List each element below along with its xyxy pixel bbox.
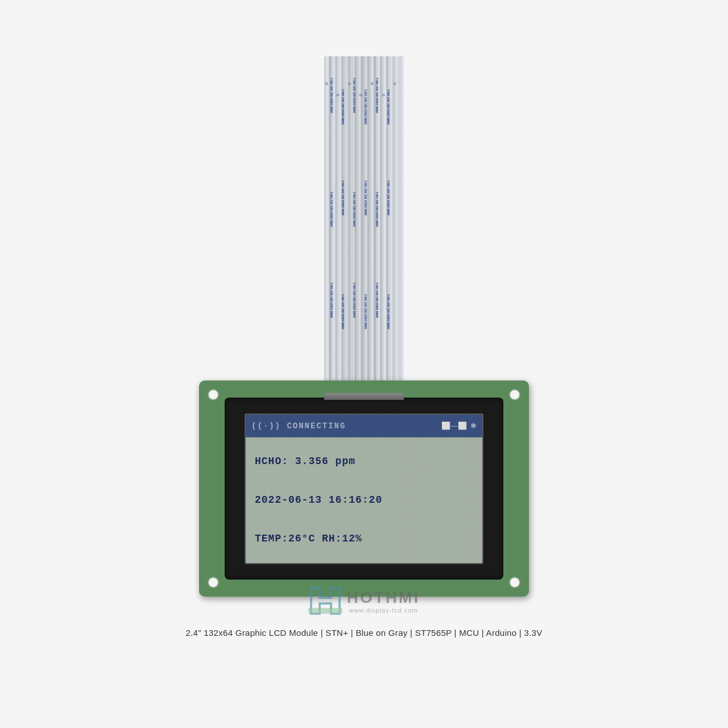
lcd-row-datetime: 2022-06-13 16:16:20 [255, 494, 473, 506]
hothmi-logo-icon [308, 585, 342, 617]
logo-url-text: www.display-lcd.com [347, 607, 420, 614]
svg-text:AWM 20624 80C 60V VW-1: AWM 20624 80C 60V VW-1 [341, 180, 345, 216]
pcb-hole-tr [509, 389, 520, 400]
svg-text:Ω: Ω [371, 82, 374, 85]
svg-text:AWM 20624 80C 60V VW-1: AWM 20624 80C 60V VW-1 [375, 78, 379, 113]
lcd-status-text: ((·)) CONNECTING [251, 421, 346, 431]
pcb-hole-br [509, 577, 520, 588]
lcd-status-icons: ⬜—⬜ ✱ [441, 421, 477, 430]
svg-text:AWM 20624 80C 60V VW-1: AWM 20624 80C 60V VW-1 [387, 294, 390, 329]
svg-text:AWM 20624 80C 60V VW-1: AWM 20624 80C 60V VW-1 [341, 294, 345, 329]
pcb-board: ((·)) CONNECTING ⬜—⬜ ✱ HCHO: 3.356 ppm 2… [199, 380, 529, 597]
svg-text:AWM 20624 80C 60V VW-1: AWM 20624 80C 60V VW-1 [364, 180, 367, 216]
lcd-row-temp: TEMP:26°C RH:12% [255, 533, 473, 544]
svg-text:Ω: Ω [325, 82, 328, 85]
svg-text:Ω: Ω [394, 82, 396, 85]
product-area: AWM 20624 80C 60V VW-1 AWM 20624 80C 60V… [185, 56, 542, 638]
lcd-bluetooth-icon: ✱ [470, 421, 477, 430]
svg-text:AWM 20624 80C 60V VW-1: AWM 20624 80C 60V VW-1 [353, 192, 356, 227]
svg-text:AWM 20624 80C 60V VW-1: AWM 20624 80C 60V VW-1 [375, 192, 379, 227]
svg-rect-39 [308, 608, 342, 614]
svg-text:AWM 20624 80C 60V VW-1: AWM 20624 80C 60V VW-1 [387, 180, 390, 216]
svg-text:AWM 20624 80C 60V VW-1: AWM 20624 80C 60V VW-1 [375, 283, 379, 318]
ffc-connector [324, 393, 404, 400]
logo-container: HOTHMI www.display-lcd.com [308, 585, 420, 617]
svg-text:AWM 20624 80C 60V VW-1: AWM 20624 80C 60V VW-1 [387, 89, 390, 125]
svg-text:Ω: Ω [359, 93, 362, 97]
lcd-signal-icon: ⬜—⬜ [441, 421, 467, 430]
svg-text:Ω: Ω [337, 93, 340, 97]
svg-text:AWM 20624 80C 60V VW-1: AWM 20624 80C 60V VW-1 [330, 283, 333, 318]
product-description: 2.4" 132x64 Graphic LCD Module | STN+ | … [185, 628, 542, 638]
lcd-content: HCHO: 3.356 ppm 2022-06-13 16:16:20 TEMP… [246, 437, 482, 563]
main-container: AWM 20624 80C 60V VW-1 AWM 20624 80C 60V… [0, 0, 728, 728]
ffc-cable-inner: AWM 20624 80C 60V VW-1 AWM 20624 80C 60V… [324, 56, 404, 386]
lcd-module: ((·)) CONNECTING ⬜—⬜ ✱ HCHO: 3.356 ppm 2… [225, 398, 503, 580]
pcb-hole-tl [208, 389, 219, 400]
pcb-hole-bl [208, 577, 219, 588]
svg-text:AWM 20624 80C 60V VW-1: AWM 20624 80C 60V VW-1 [341, 89, 345, 125]
logo-text-group: HOTHMI www.display-lcd.com [347, 589, 420, 614]
svg-text:AWM 20624 80C 60V VW-1: AWM 20624 80C 60V VW-1 [330, 78, 333, 113]
lcd-row-hcho: HCHO: 3.356 ppm [255, 456, 473, 467]
svg-text:AWM 20624 80C 60V VW-1: AWM 20624 80C 60V VW-1 [364, 89, 367, 125]
svg-text:Ω: Ω [382, 93, 385, 97]
ffc-cable: AWM 20624 80C 60V VW-1 AWM 20624 80C 60V… [318, 56, 410, 386]
logo-brand-text: HOTHMI [347, 589, 420, 607]
lcd-screen: ((·)) CONNECTING ⬜—⬜ ✱ HCHO: 3.356 ppm 2… [245, 413, 483, 564]
svg-text:AWM 20624 80C 60V VW-1: AWM 20624 80C 60V VW-1 [364, 294, 367, 329]
watermark-area: HOTHMI www.display-lcd.com [308, 585, 420, 617]
svg-text:AWM 20624 80C 60V VW-1: AWM 20624 80C 60V VW-1 [330, 192, 333, 227]
svg-text:AWM 20624 80C 60V VW-1: AWM 20624 80C 60V VW-1 [353, 78, 356, 113]
svg-text:AWM 20624 80C 60V VW-1: AWM 20624 80C 60V VW-1 [353, 283, 356, 318]
svg-text:Ω: Ω [348, 82, 351, 85]
lcd-status-bar: ((·)) CONNECTING ⬜—⬜ ✱ [246, 415, 482, 437]
